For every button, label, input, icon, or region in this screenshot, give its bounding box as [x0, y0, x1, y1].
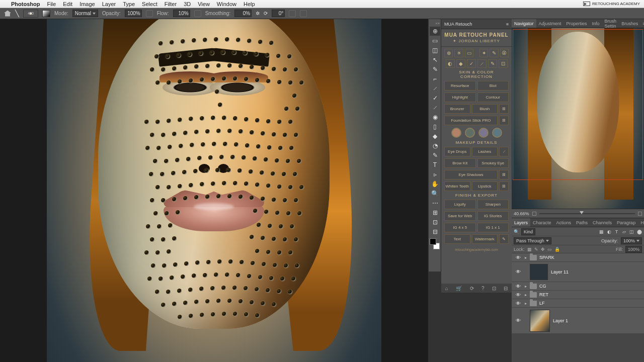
filter-adjust-icon[interactable]: ◐: [606, 229, 612, 234]
pressure-opacity-icon[interactable]: [146, 10, 153, 17]
menu-help[interactable]: Help: [244, 1, 255, 7]
angle-input[interactable]: 0°: [272, 10, 285, 17]
resurface-button[interactable]: Resurface: [444, 81, 476, 90]
panel-tab[interactable]: MUA Retouch: [444, 22, 472, 27]
tool-icon[interactable]: ◆: [456, 59, 465, 68]
sharpen-button[interactable]: Sharpen: [477, 200, 509, 209]
layer-row[interactable]: 👁▸RET: [512, 291, 644, 299]
liquify-button[interactable]: Liquify: [444, 200, 476, 209]
menu-image[interactable]: Image: [79, 1, 95, 7]
pressure-size-icon[interactable]: [289, 10, 296, 17]
watermark-button[interactable]: Watermark: [472, 234, 498, 244]
opt-icon[interactable]: ⟋: [499, 147, 509, 156]
opt-icon[interactable]: ✎: [499, 234, 509, 244]
smokey-button[interactable]: Smokey Eye: [477, 158, 509, 168]
opt-icon[interactable]: ⊞: [499, 104, 509, 114]
opt-icon[interactable]: ⊞: [499, 170, 509, 179]
tool-button[interactable]: ↖: [430, 55, 440, 64]
tab-properties[interactable]: Properties: [564, 19, 590, 28]
menu-file[interactable]: File: [47, 1, 56, 7]
tool-icon[interactable]: ⊕: [444, 49, 453, 57]
zoom-slider[interactable]: [539, 213, 635, 214]
menu-type[interactable]: Type: [123, 1, 135, 7]
tab-brush-settings[interactable]: Brush Settin: [602, 19, 619, 28]
filter-shape-icon[interactable]: ▱: [621, 229, 627, 234]
search-icon[interactable]: 🔍: [514, 229, 519, 234]
flow-input[interactable]: 10%: [173, 10, 190, 17]
lashes-button[interactable]: Lashes: [472, 147, 498, 156]
eyedrops-button[interactable]: Eye Drops: [444, 147, 470, 156]
tool-button[interactable]: ⌐: [430, 74, 440, 83]
tool-button[interactable]: ⊕: [430, 27, 440, 36]
lock-position-icon[interactable]: ✥: [541, 247, 545, 252]
smoothing-input[interactable]: 0%: [234, 10, 252, 17]
blush-button[interactable]: Blush: [472, 104, 498, 114]
tab-channels[interactable]: Channels: [590, 218, 614, 227]
tab-history[interactable]: History: [638, 218, 644, 227]
tab-layers[interactable]: Layers: [512, 218, 530, 227]
whiten-button[interactable]: Whiten Teeth: [444, 182, 470, 191]
tool-icon[interactable]: ▭: [465, 49, 473, 57]
layers-opacity-input[interactable]: 100%: [621, 237, 642, 244]
opt-icon[interactable]: ⊞: [499, 116, 509, 125]
tool-button[interactable]: ◉: [430, 113, 440, 122]
layer-row[interactable]: 👁▸SPARK: [512, 253, 644, 262]
color-swatch[interactable]: [465, 128, 475, 138]
tool-button[interactable]: ✎: [430, 65, 440, 74]
lock-pixels-icon[interactable]: ▦: [527, 247, 532, 252]
tab-paths[interactable]: Paths: [574, 218, 590, 227]
tab-actions[interactable]: Actions: [554, 218, 574, 227]
menu-filter[interactable]: Filter: [165, 1, 177, 7]
foundation-button[interactable]: Foundation Stick PRO: [444, 116, 498, 125]
filter-type-icon[interactable]: T: [614, 229, 619, 234]
layer-row[interactable]: 👁▸CG: [512, 282, 644, 291]
tool-button[interactable]: ⋯: [430, 199, 440, 208]
bb-icon[interactable]: ⟳: [470, 286, 474, 291]
visibility-icon[interactable]: 👁: [512, 255, 525, 260]
tab-adjustments[interactable]: Adjustment: [536, 19, 564, 28]
panel-menu-icon[interactable]: ≡: [506, 22, 509, 27]
navigator-panel[interactable]: [512, 28, 644, 209]
collapse-icon[interactable]: »: [438, 21, 440, 26]
panel-footer-link[interactable]: retouchingacademylab.com: [444, 246, 509, 253]
saveweb-button[interactable]: Save for Web: [444, 211, 476, 221]
color-swatches[interactable]: [430, 238, 440, 249]
filter-toggle-icon[interactable]: ⬤: [636, 229, 642, 234]
smoothing-gear-icon[interactable]: ✲: [256, 11, 260, 16]
zoom-in-icon[interactable]: [638, 212, 642, 216]
tab-info[interactable]: Info: [590, 19, 602, 28]
lock-all-icon[interactable]: 🔒: [554, 247, 560, 252]
browkit-button[interactable]: Brow Kit: [444, 158, 476, 168]
tool-icon[interactable]: ◐: [446, 59, 455, 68]
tool-icon[interactable]: ✓: [467, 59, 476, 68]
menu-3d[interactable]: 3D: [184, 1, 191, 7]
blend-mode-select[interactable]: Normal: [72, 10, 98, 17]
tool-button[interactable]: ▹: [430, 170, 440, 179]
ig45-button[interactable]: IG 4 x 5: [444, 223, 476, 232]
navigator-view-frame[interactable]: [513, 29, 643, 180]
lock-artboard-icon[interactable]: ▭: [547, 247, 552, 252]
tool-button[interactable]: ▯: [430, 122, 440, 131]
tab-paragraph[interactable]: Paragrap: [614, 218, 638, 227]
bb-icon[interactable]: ⊟: [504, 286, 508, 291]
tool-button[interactable]: ⊟: [430, 227, 440, 236]
tool-button[interactable]: ⟋: [430, 103, 440, 112]
tool-icon[interactable]: ✦: [479, 49, 488, 57]
menu-window[interactable]: Window: [217, 1, 236, 7]
layer-row[interactable]: 👁▸LF: [512, 299, 644, 308]
app-name[interactable]: Photoshop: [11, 1, 40, 7]
tool-icon[interactable]: ✎: [490, 49, 498, 57]
tool-icon[interactable]: ☀: [454, 49, 463, 57]
visibility-icon[interactable]: 👁: [512, 269, 525, 275]
eyeshadows-button[interactable]: Eye Shadows: [444, 170, 498, 179]
blend-mode-select[interactable]: Pass Through: [514, 237, 551, 244]
ig11-button[interactable]: IG 1 x 1: [477, 223, 509, 232]
brush-preset-picker[interactable]: 400: [23, 10, 38, 18]
visibility-icon[interactable]: 👁: [512, 292, 525, 298]
tool-button[interactable]: ▭: [430, 36, 440, 45]
tool-icon[interactable]: ⊡: [499, 59, 508, 68]
symmetry-icon[interactable]: [300, 10, 307, 17]
bb-icon[interactable]: ⌂: [445, 286, 448, 291]
tool-button[interactable]: ◆: [430, 132, 440, 141]
igstories-button[interactable]: IG Stories: [477, 211, 509, 221]
